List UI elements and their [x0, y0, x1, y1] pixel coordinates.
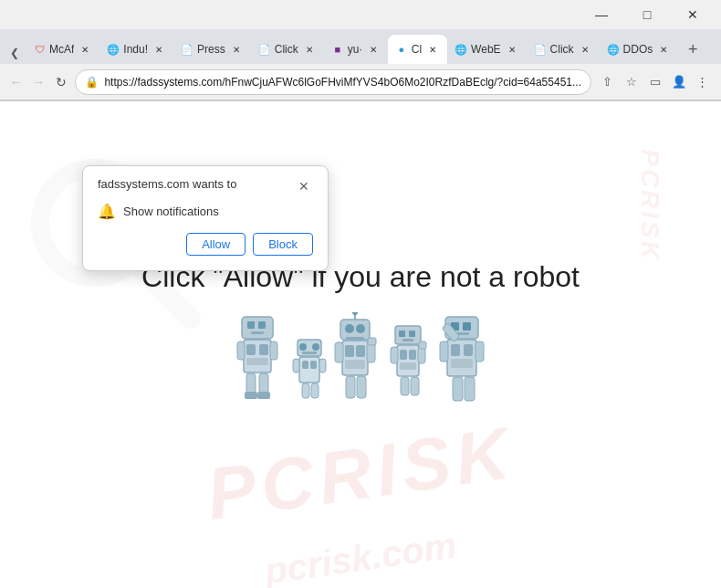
- popup-title: fadssystems.com wants to: [98, 177, 236, 191]
- tab-title-yu: yu·: [348, 43, 362, 56]
- svg-rect-9: [246, 358, 268, 365]
- svg-rect-50: [391, 347, 398, 363]
- back-button[interactable]: ←: [7, 69, 25, 95]
- address-bar[interactable]: 🔒 https://fadssystems.com/hFnwCjuAFWc6lG…: [75, 69, 591, 95]
- tab-favicon-indu: 🌐: [107, 43, 120, 56]
- svg-rect-39: [368, 338, 376, 345]
- svg-rect-67: [465, 377, 475, 401]
- svg-rect-53: [401, 377, 409, 395]
- bell-icon: 🔔: [98, 203, 116, 220]
- address-bar-row: ← → ↻ 🔒 https://fadssystems.com/hFnwCjuA…: [0, 64, 721, 100]
- tab-ddos[interactable]: 🌐 DDOs ✕: [600, 35, 679, 64]
- svg-rect-2: [242, 317, 273, 339]
- block-button[interactable]: Block: [253, 233, 313, 256]
- tab-favicon-click4: 📄: [258, 43, 271, 56]
- tab-close-webe[interactable]: ✕: [505, 42, 519, 57]
- robots-illustration: [228, 312, 493, 431]
- close-button[interactable]: ✕: [672, 2, 714, 27]
- svg-rect-57: [463, 322, 471, 331]
- tab-close-yu[interactable]: ✕: [366, 42, 381, 57]
- popup-close-button[interactable]: ✕: [295, 177, 313, 195]
- bookmark-button[interactable]: ☆: [621, 71, 643, 93]
- tab-favicon-active: ●: [395, 43, 408, 56]
- url-text: https://fadssystems.com/hFnwCjuAFWc6lGoF…: [104, 76, 581, 89]
- allow-button[interactable]: Allow: [186, 233, 246, 256]
- svg-rect-43: [399, 331, 405, 337]
- tab-close-mcafe[interactable]: ✕: [78, 42, 92, 57]
- tab-click8[interactable]: 📄 Click ✕: [527, 35, 600, 64]
- sidebar-button[interactable]: ▭: [644, 71, 666, 93]
- svg-rect-44: [409, 331, 415, 337]
- menu-button[interactable]: ⋮: [692, 71, 714, 93]
- share-button[interactable]: ⇧: [597, 71, 619, 93]
- reload-button[interactable]: ↻: [53, 69, 70, 95]
- tab-click4[interactable]: 📄 Click ✕: [251, 35, 324, 64]
- window-controls: — □ ✕: [580, 2, 714, 27]
- tab-favicon-press: 📄: [181, 43, 193, 56]
- tab-favicon-click8: 📄: [534, 43, 547, 56]
- tab-close-click4[interactable]: ✕: [302, 42, 317, 57]
- tab-close-ddos[interactable]: ✕: [656, 42, 671, 57]
- browser-content: PCRISK pcrisk.com PCRISK Click "Allow" i…: [0, 101, 721, 588]
- address-bar-actions: ⇧ ☆ ▭ 👤 ⋮: [597, 71, 714, 93]
- svg-rect-3: [247, 321, 255, 329]
- tab-favicon-mcafe: 🛡: [33, 43, 46, 56]
- svg-rect-61: [464, 344, 473, 356]
- notification-popup: fadssystems.com wants to ✕ 🔔 Show notifi…: [82, 165, 329, 271]
- svg-point-28: [352, 312, 358, 315]
- tab-overflow-button[interactable]: ❮: [4, 42, 26, 64]
- tab-bar: ❮ 🛡 McAf ✕ 🌐 Indu! ✕ 📄 Press ✕ 📄 Click ✕…: [0, 29, 721, 64]
- notification-label: Show notifications: [123, 205, 219, 218]
- tab-title-click4: Click: [275, 43, 298, 56]
- tab-title-webe: WebE: [471, 43, 500, 56]
- svg-rect-21: [302, 361, 308, 369]
- svg-rect-63: [440, 341, 448, 362]
- robots-svg: [228, 312, 493, 431]
- svg-rect-32: [346, 337, 364, 340]
- tab-webe[interactable]: 🌐 WebE ✕: [447, 35, 526, 64]
- tab-indu[interactable]: 🌐 Indu! ✕: [99, 35, 173, 64]
- svg-rect-22: [310, 361, 317, 369]
- tab-close-active[interactable]: ✕: [425, 42, 440, 57]
- svg-rect-65: [475, 341, 484, 362]
- svg-rect-48: [409, 350, 416, 360]
- svg-rect-66: [453, 377, 463, 401]
- svg-rect-24: [319, 359, 326, 373]
- svg-rect-7: [246, 344, 256, 355]
- svg-rect-40: [346, 376, 355, 398]
- tab-favicon-yu: ■: [331, 43, 344, 56]
- tab-close-indu[interactable]: ✕: [152, 42, 166, 57]
- svg-rect-62: [451, 359, 473, 368]
- svg-rect-5: [251, 331, 264, 334]
- svg-rect-15: [257, 392, 270, 399]
- tab-close-press[interactable]: ✕: [229, 42, 244, 57]
- profile-button[interactable]: 👤: [668, 71, 690, 93]
- tab-mcafe[interactable]: 🛡 McAf ✕: [26, 35, 99, 64]
- minimize-button[interactable]: —: [580, 2, 622, 27]
- svg-rect-11: [270, 341, 277, 360]
- popup-buttons: Allow Block: [98, 233, 313, 256]
- tab-press[interactable]: 📄 Press ✕: [173, 35, 251, 64]
- svg-rect-54: [411, 377, 419, 395]
- maximize-button[interactable]: □: [626, 2, 668, 27]
- popup-notification-row: 🔔 Show notifications: [98, 203, 313, 220]
- svg-rect-25: [302, 383, 309, 398]
- tab-active[interactable]: ● Cl ✕: [388, 35, 447, 64]
- svg-rect-23: [293, 359, 299, 373]
- forward-button[interactable]: →: [30, 69, 47, 95]
- tab-close-click8[interactable]: ✕: [578, 42, 592, 57]
- svg-point-31: [356, 324, 365, 333]
- tab-favicon-webe: 🌐: [455, 43, 467, 56]
- svg-rect-41: [357, 376, 366, 398]
- tab-yu[interactable]: ■ yu· ✕: [324, 35, 388, 64]
- svg-point-30: [345, 324, 354, 333]
- popup-header: fadssystems.com wants to ✕: [98, 177, 313, 195]
- svg-point-17: [299, 343, 307, 351]
- svg-rect-12: [246, 373, 256, 394]
- svg-rect-60: [451, 344, 460, 356]
- new-tab-button[interactable]: +: [678, 35, 707, 64]
- title-bar: — □ ✕: [0, 0, 721, 29]
- svg-rect-29: [340, 320, 370, 340]
- svg-rect-20: [299, 357, 319, 383]
- svg-rect-34: [345, 345, 354, 357]
